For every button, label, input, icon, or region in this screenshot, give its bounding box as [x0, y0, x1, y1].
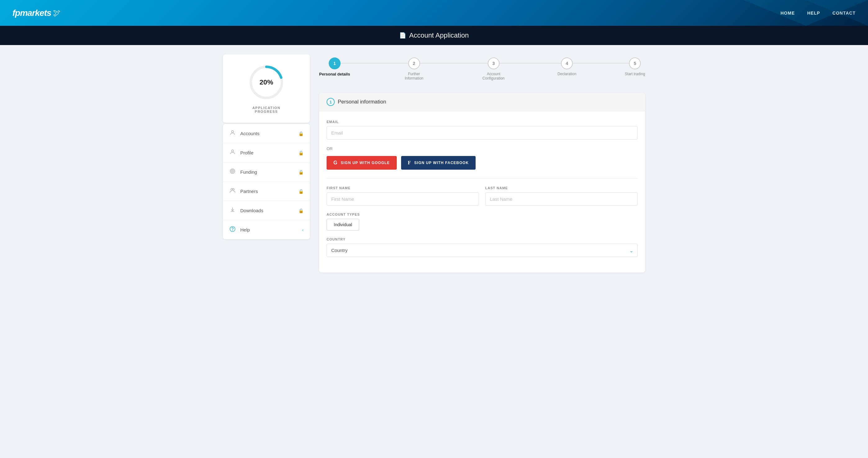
- google-signup-button[interactable]: G SIGN UP WITH GOOGLE: [327, 156, 397, 170]
- last-name-label: LAST NAME: [485, 186, 638, 190]
- account-types-group: ACCOUNT TYPES Individual: [327, 212, 638, 231]
- accounts-lock-icon: 🔒: [298, 131, 304, 136]
- step-2-label: Further Information: [399, 72, 430, 81]
- accounts-icon: [229, 130, 236, 137]
- funding-icon: [229, 168, 236, 176]
- sidebar-item-funding[interactable]: Funding 🔒: [223, 163, 310, 182]
- step-5-circle: 5: [629, 57, 641, 69]
- profile-label: Profile: [240, 150, 254, 155]
- help-icon: [229, 226, 236, 234]
- step-2: 2 Further Information: [399, 57, 430, 81]
- section-header: 1 Personal information: [319, 93, 645, 111]
- accounts-label: Accounts: [240, 131, 259, 136]
- partners-lock-icon: 🔒: [298, 189, 304, 194]
- help-label: Help: [240, 227, 250, 232]
- svg-point-4: [230, 169, 235, 174]
- step-4: 4 Declaration: [558, 57, 577, 76]
- partners-icon: [229, 188, 236, 195]
- svg-point-3: [231, 150, 234, 152]
- step-1-label: Personal details: [319, 72, 350, 77]
- document-icon: 📄: [399, 32, 406, 39]
- google-icon: G: [333, 160, 337, 166]
- svg-point-2: [231, 131, 234, 133]
- sidebar-item-partners[interactable]: Partners 🔒: [223, 182, 310, 201]
- step-1-circle: 1: [329, 57, 341, 69]
- step-2-circle: 2: [408, 57, 420, 69]
- main-layout: 20% APPLICATION PROGRESS Accounts 🔒: [217, 54, 651, 273]
- downloads-icon: [229, 207, 236, 214]
- steps-bar: 1 Personal details 2 Further Information…: [319, 54, 645, 84]
- profile-lock-icon: 🔒: [298, 150, 304, 155]
- or-divider: OR: [327, 146, 638, 151]
- sidebar-item-accounts[interactable]: Accounts 🔒: [223, 124, 310, 143]
- country-group: COUNTRY Country Australia United States …: [327, 237, 638, 257]
- partners-label: Partners: [240, 189, 258, 194]
- step-3-circle: 3: [488, 57, 499, 69]
- first-name-input[interactable]: [327, 192, 479, 206]
- nav-home[interactable]: HOME: [780, 10, 795, 16]
- step-3: 3 Account Configuration: [478, 57, 509, 81]
- section-title: Personal information: [338, 99, 386, 105]
- sidebar-item-help[interactable]: Help ‹: [223, 220, 310, 239]
- progress-percent: 20%: [259, 78, 273, 86]
- sidebar-item-profile[interactable]: Profile 🔒: [223, 143, 310, 163]
- header-nav: HOME HELP CONTACT: [780, 10, 856, 16]
- country-select[interactable]: Country Australia United States United K…: [327, 244, 638, 257]
- main-content: 1 Personal details 2 Further Information…: [319, 54, 645, 273]
- logo-bird-icon: 🕊: [53, 9, 61, 18]
- svg-point-6: [232, 171, 233, 172]
- email-input[interactable]: [327, 126, 638, 140]
- first-name-label: FIRST NAME: [327, 186, 479, 190]
- personal-info-section: 1 Personal information EMAIL OR G SIG: [319, 93, 645, 273]
- progress-card: 20% APPLICATION PROGRESS: [223, 54, 310, 123]
- page-header: fpmarkets 🕊 HOME HELP CONTACT: [0, 0, 868, 26]
- step-5: 5 Start trading: [625, 57, 645, 76]
- progress-ring: 20%: [248, 64, 285, 101]
- downloads-label: Downloads: [240, 208, 263, 213]
- facebook-icon: f: [408, 160, 411, 166]
- svg-point-10: [232, 230, 233, 231]
- or-text: OR: [327, 146, 333, 151]
- last-name-input[interactable]: [485, 192, 638, 206]
- logo: fpmarkets 🕊: [12, 8, 61, 18]
- country-select-wrapper: Country Australia United States United K…: [327, 244, 638, 257]
- email-group: EMAIL: [327, 120, 638, 140]
- sidebar-item-downloads[interactable]: Downloads 🔒: [223, 201, 310, 220]
- first-name-group: FIRST NAME: [327, 186, 479, 206]
- page-title: Account Application: [409, 31, 469, 39]
- sidebar: 20% APPLICATION PROGRESS Accounts 🔒: [223, 54, 310, 273]
- social-buttons: G SIGN UP WITH GOOGLE f SIGN UP WITH FAC…: [327, 156, 638, 170]
- name-row: FIRST NAME LAST NAME: [327, 186, 638, 212]
- step-4-circle: 4: [561, 57, 573, 69]
- funding-label: Funding: [240, 169, 257, 175]
- downloads-lock-icon: 🔒: [298, 208, 304, 213]
- step-3-label: Account Configuration: [478, 72, 509, 81]
- form-body: EMAIL OR G SIGN UP WITH GOOGLE f SIGN UP…: [319, 111, 645, 273]
- profile-icon: [229, 149, 236, 156]
- progress-label: APPLICATION PROGRESS: [229, 106, 304, 113]
- last-name-group: LAST NAME: [485, 186, 638, 206]
- email-label: EMAIL: [327, 120, 638, 124]
- help-chevron-icon: ‹: [302, 227, 304, 232]
- step-1: 1 Personal details: [319, 57, 350, 77]
- facebook-signup-button[interactable]: f SIGN UP WITH FACEBOOK: [401, 156, 475, 170]
- step-4-label: Declaration: [558, 72, 577, 76]
- section-number: 1: [327, 98, 335, 106]
- svg-point-5: [231, 170, 234, 172]
- funding-lock-icon: 🔒: [298, 170, 304, 175]
- nav-help[interactable]: HELP: [807, 10, 820, 16]
- step-5-label: Start trading: [625, 72, 645, 76]
- sidebar-nav: Accounts 🔒 Profile 🔒: [223, 124, 310, 239]
- page-title-bar: 📄 Account Application: [0, 26, 868, 45]
- section-divider: [327, 178, 638, 179]
- country-label: COUNTRY: [327, 237, 638, 241]
- nav-contact[interactable]: CONTACT: [833, 10, 856, 16]
- account-types-label: ACCOUNT TYPES: [327, 212, 638, 216]
- account-type-individual-button[interactable]: Individual: [327, 219, 359, 231]
- logo-text: fpmarkets: [12, 8, 51, 18]
